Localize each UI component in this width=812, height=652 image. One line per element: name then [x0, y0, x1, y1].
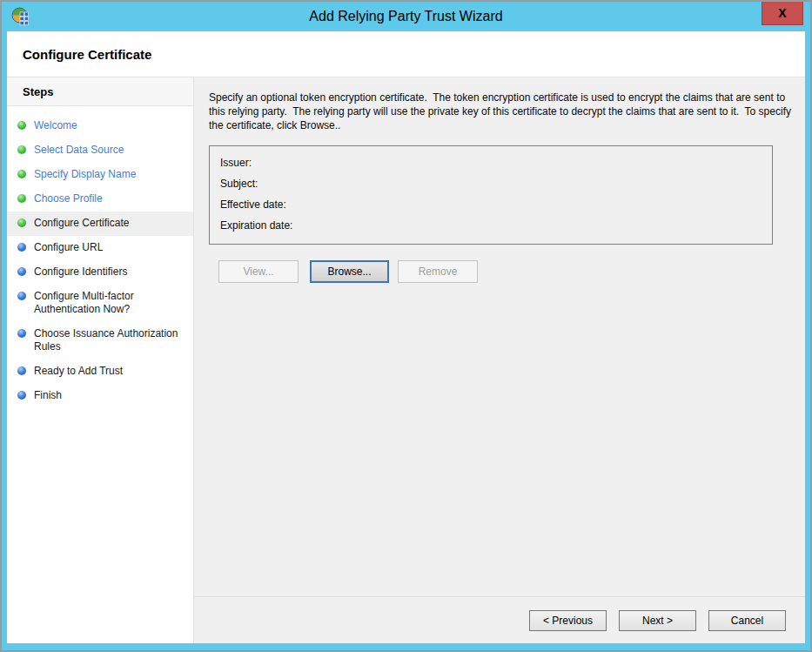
step-finish: Finish — [7, 384, 193, 408]
step-label: Configure Certificate — [34, 217, 129, 230]
step-welcome[interactable]: Welcome — [7, 114, 193, 138]
steps-list: Welcome Select Data Source Specify Displ… — [7, 114, 193, 408]
wizard-window: Add Relying Party Trust Wizard X Configu… — [0, 0, 812, 652]
step-upcoming-icon — [17, 292, 26, 300]
titlebar[interactable]: Add Relying Party Trust Wizard X — [7, 2, 805, 31]
step-upcoming-icon — [17, 329, 26, 338]
step-label: Configure Identifiers — [34, 266, 127, 279]
step-label: Choose Issuance Authorization Rules — [34, 327, 184, 353]
step-label: Welcome — [34, 119, 77, 132]
step-current-icon — [17, 218, 26, 227]
page-header: Configure Certificate — [7, 31, 805, 77]
step-upcoming-icon — [17, 267, 26, 276]
step-label: Specify Display Name — [34, 168, 136, 181]
step-completed-icon — [17, 121, 26, 130]
step-label: Select Data Source — [34, 144, 124, 157]
steps-sidebar: Steps Welcome Select Data Source Specify… — [7, 77, 194, 643]
close-button[interactable]: X — [762, 2, 803, 25]
step-upcoming-icon — [17, 243, 26, 252]
step-specify-display-name[interactable]: Specify Display Name — [7, 163, 193, 187]
step-ready-to-add-trust: Ready to Add Trust — [7, 360, 193, 384]
step-completed-icon — [17, 194, 26, 203]
step-label: Configure Multi-factor Authentication No… — [34, 290, 184, 316]
certificate-actions: View... Browse... Remove — [209, 260, 805, 283]
certificate-expiration-date-label: Expiration date: — [220, 215, 762, 236]
cancel-button[interactable]: Cancel — [708, 610, 786, 631]
step-select-data-source[interactable]: Select Data Source — [7, 138, 193, 163]
window-title: Add Relying Party Trust Wizard — [7, 2, 805, 31]
step-label: Configure URL — [34, 241, 103, 254]
browse-button[interactable]: Browse... — [310, 260, 389, 283]
view-button: View... — [218, 260, 299, 283]
main-panel: Specify an optional token encryption cer… — [194, 77, 805, 643]
step-choose-profile[interactable]: Choose Profile — [7, 187, 193, 212]
step-configure-url: Configure URL — [7, 236, 193, 260]
step-completed-icon — [17, 145, 26, 154]
step-configure-mfa: Configure Multi-factor Authentication No… — [7, 285, 193, 322]
page-title: Configure Certificate — [23, 47, 151, 62]
certificate-issuer-label: Issuer: — [220, 152, 762, 173]
step-completed-icon — [17, 170, 26, 178]
step-label: Finish — [34, 389, 62, 402]
wizard-navigation: < Previous Next > Cancel — [194, 596, 805, 643]
step-label: Choose Profile — [34, 192, 103, 205]
step-upcoming-icon — [17, 366, 26, 375]
description-text: Specify an optional token encryption cer… — [209, 91, 794, 132]
next-button[interactable]: Next > — [619, 610, 696, 631]
certificate-subject-label: Subject: — [220, 173, 762, 194]
certificate-summary-box: Issuer: Subject: Effective date: Expirat… — [209, 145, 773, 245]
step-configure-certificate: Configure Certificate — [7, 212, 193, 236]
step-choose-issuance-rules: Choose Issuance Authorization Rules — [7, 322, 193, 360]
previous-button[interactable]: < Previous — [529, 610, 607, 631]
steps-heading: Steps — [7, 77, 193, 106]
step-upcoming-icon — [17, 391, 26, 400]
step-configure-identifiers: Configure Identifiers — [7, 260, 193, 285]
dialog-content: Configure Certificate Steps Welcome Sele… — [7, 31, 805, 643]
certificate-effective-date-label: Effective date: — [220, 194, 762, 215]
remove-button: Remove — [398, 260, 478, 283]
step-label: Ready to Add Trust — [34, 365, 123, 378]
